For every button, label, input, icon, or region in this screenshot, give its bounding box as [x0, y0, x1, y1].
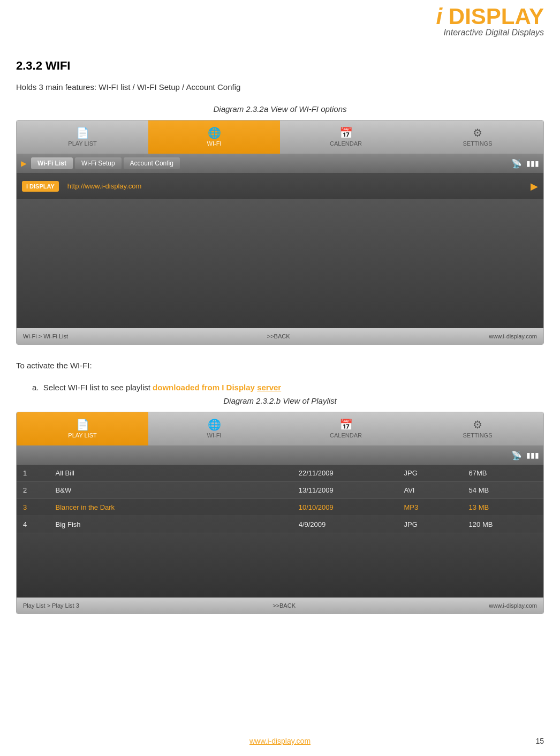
row-name: Big Fish [49, 516, 292, 533]
table-row: 1 All Bill 22/11/2009 JPG 67MB [17, 465, 543, 482]
footer-center-1: >>BACK [267, 333, 290, 339]
row-date: 10/10/2009 [292, 499, 398, 516]
wifi-url: http://www.i-display.com [67, 182, 531, 190]
battery-icon: ▮▮▮ [526, 159, 539, 168]
nav-playlist[interactable]: 📄 PLAY LIST [17, 120, 148, 154]
brand-display: DISPLAY [449, 4, 544, 29]
tab-wifi-setup[interactable]: Wi-Fi Setup [75, 157, 122, 169]
device-footer-1: Wi-Fi > Wi-Fi List >>BACK www.i-display.… [17, 328, 543, 344]
nav-calendar-label: CALENDAR [330, 140, 362, 147]
nav-settings[interactable]: ⚙ SETTINGS [412, 120, 543, 154]
row-date: 4/9/2009 [292, 516, 398, 533]
highlight-text: downloaded from I Display [153, 383, 257, 392]
calendar-icon: 📅 [339, 127, 353, 138]
nav-wifi-label: WI-FI [207, 140, 222, 147]
header: i DISPLAY Interactive Digital Displays [436, 5, 544, 37]
device-footer-2: Play List > Play List 3 >>BACK www.i-dis… [17, 598, 543, 614]
list-item-a: a. Select WI-FI list to see playlist dow… [32, 383, 544, 392]
nav2-settings[interactable]: ⚙ SETTINGS [412, 412, 543, 445]
nav2-settings-label: SETTINGS [463, 432, 492, 439]
row-name: Blancer in the Dark [49, 499, 292, 516]
row-size: 54 MB [463, 482, 543, 499]
play-button[interactable]: ▶ [531, 180, 538, 192]
table-row: 4 Big Fish 4/9/2009 JPG 120 MB [17, 516, 543, 533]
playlist2-icon: 📄 [76, 419, 89, 430]
footer-left-1: Wi-Fi > Wi-Fi List [23, 333, 68, 339]
signal-icon: 📡 [511, 158, 522, 169]
tab-wifi-list[interactable]: Wi-Fi List [31, 157, 73, 169]
table-row: 3 Blancer in the Dark 10/10/2009 MP3 13 … [17, 499, 543, 516]
playlist-empty [17, 533, 543, 598]
device-nav-1: 📄 PLAY LIST 🌐 WI-FI 📅 CALENDAR ⚙ SETTING… [17, 120, 543, 154]
row-name: All Bill [49, 465, 292, 482]
row-type: JPG [397, 516, 462, 533]
wifi-icon: 🌐 [208, 127, 221, 138]
footer-right-2: www.i-display.com [489, 602, 537, 609]
underline-text: server [257, 383, 281, 392]
wifi-logo: i DISPLAY [22, 181, 59, 192]
row-num: 4 [17, 516, 49, 533]
row-date: 22/11/2009 [292, 465, 398, 482]
bottom-url: www.i-display.com [249, 737, 311, 745]
settings2-icon: ⚙ [473, 419, 482, 430]
brand-title: i DISPLAY [436, 5, 544, 28]
device-subnav-2: 📡 ▮▮▮ [17, 445, 543, 465]
playlist-icon: 📄 [76, 127, 89, 138]
wifi-row: i DISPLAY http://www.i-display.com ▶ [17, 173, 543, 200]
nav-settings-label: SETTINGS [463, 140, 492, 147]
row-num: 2 [17, 482, 49, 499]
row-size: 120 MB [463, 516, 543, 533]
footer-right-1: www.i-display.com [489, 333, 537, 339]
row-num: 3 [17, 499, 49, 516]
nav2-calendar-label: CALENDAR [330, 432, 362, 439]
brand-i: i [436, 4, 448, 29]
nav-playlist-label: PLAY LIST [68, 140, 96, 147]
footer-center-2: >>BACK [273, 602, 296, 609]
row-size: 67MB [463, 465, 543, 482]
table-row: 2 B&W 13/11/2009 AVI 54 MB [17, 482, 543, 499]
nav2-playlist[interactable]: 📄 PLAY LIST [17, 412, 148, 445]
activate-text: To activate the WI-FI: [16, 361, 544, 370]
page-number: 15 [535, 737, 544, 745]
settings-icon: ⚙ [473, 127, 482, 138]
section-title: 2.3.2 WIFI [16, 59, 544, 73]
footer-left-2: Play List > Play List 3 [23, 602, 79, 609]
row-type: MP3 [397, 499, 462, 516]
nav2-wifi[interactable]: 🌐 WI-FI [148, 412, 280, 445]
intro-text: Holds 3 main features: WI-FI list / WI-F… [16, 82, 544, 92]
brand-subtitle: Interactive Digital Displays [436, 28, 544, 37]
nav-calendar[interactable]: 📅 CALENDAR [280, 120, 412, 154]
subnav-right: 📡 ▮▮▮ [511, 158, 539, 169]
subnav2-right: 📡 ▮▮▮ [511, 450, 539, 460]
main-content: 2.3.2 WIFI Holds 3 main features: WI-FI … [16, 59, 544, 614]
battery2-icon: ▮▮▮ [526, 451, 539, 459]
row-name: B&W [49, 482, 292, 499]
device-nav-2: 📄 PLAY LIST 🌐 WI-FI 📅 CALENDAR ⚙ SETTING… [17, 412, 543, 445]
device-content-1: i DISPLAY http://www.i-display.com ▶ [17, 173, 543, 328]
device-screen-1: 📄 PLAY LIST 🌐 WI-FI 📅 CALENDAR ⚙ SETTING… [16, 120, 544, 345]
playlist-content: 1 All Bill 22/11/2009 JPG 67MB 2 B&W 13/… [17, 465, 543, 598]
device-subnav-1: ▶ Wi-Fi List Wi-Fi Setup Account Config … [17, 154, 543, 173]
device-screen-2: 📄 PLAY LIST 🌐 WI-FI 📅 CALENDAR ⚙ SETTING… [16, 412, 544, 614]
diagram2-caption: Diagram 2.3.2.b View of Playlist [16, 396, 544, 405]
wifi-empty-area [17, 200, 543, 328]
list-item-a-prefix: Select WI-FI list to see playlist [43, 383, 153, 392]
tab-account-config[interactable]: Account Config [124, 157, 180, 169]
row-size: 13 MB [463, 499, 543, 516]
diagram1-caption: Diagram 2.3.2a View of WI-FI options [16, 104, 544, 114]
row-type: JPG [397, 465, 462, 482]
playlist-table: 1 All Bill 22/11/2009 JPG 67MB 2 B&W 13/… [17, 465, 543, 533]
nav-wifi[interactable]: 🌐 WI-FI [148, 120, 280, 154]
nav2-wifi-label: WI-FI [207, 432, 222, 439]
calendar2-icon: 📅 [339, 419, 353, 430]
wifi2-icon: 🌐 [208, 419, 221, 430]
nav2-playlist-label: PLAY LIST [68, 432, 96, 439]
row-num: 1 [17, 465, 49, 482]
subnav-arrow: ▶ [21, 159, 27, 168]
row-date: 13/11/2009 [292, 482, 398, 499]
signal2-icon: 📡 [511, 450, 522, 460]
row-type: AVI [397, 482, 462, 499]
nav2-calendar[interactable]: 📅 CALENDAR [280, 412, 412, 445]
